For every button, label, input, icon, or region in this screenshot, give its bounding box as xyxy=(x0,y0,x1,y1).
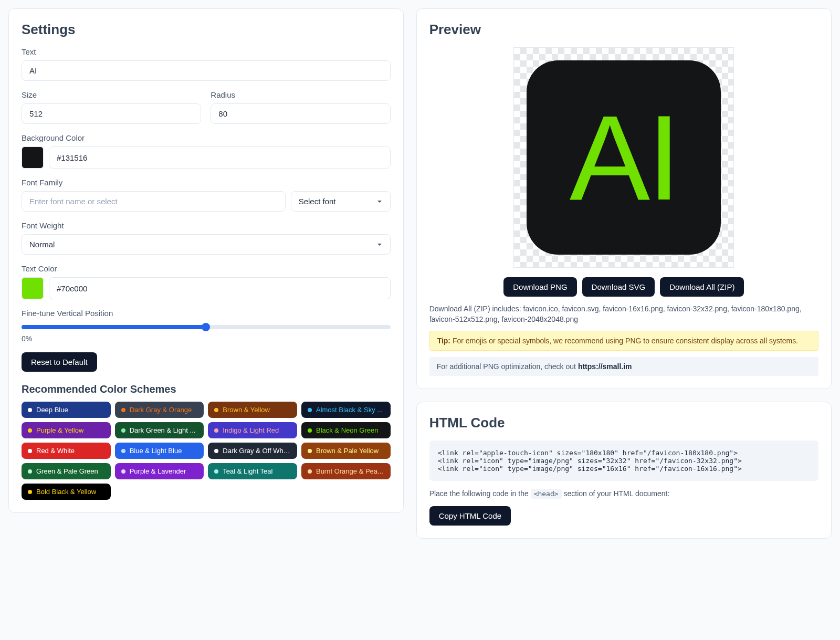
scheme-dot-icon xyxy=(308,408,312,412)
font-family-select[interactable]: Select font xyxy=(291,191,391,212)
size-input[interactable] xyxy=(22,103,201,124)
settings-panel: Settings Text Size Radius Background Col… xyxy=(8,8,404,513)
preview-panel: Preview AI Download PNG Download SVG Dow… xyxy=(416,8,832,389)
scheme-pill-10[interactable]: Dark Gray & Off Whit... xyxy=(208,443,297,459)
vpos-slider[interactable] xyxy=(22,325,391,329)
scheme-label: Bold Black & Yellow xyxy=(36,488,96,496)
bg-color-swatch[interactable] xyxy=(22,146,44,169)
scheme-label: Teal & Light Teal xyxy=(223,467,272,475)
scheme-dot-icon xyxy=(28,469,32,474)
scheme-label: Purple & Yellow xyxy=(36,426,83,434)
copy-html-button[interactable]: Copy HTML Code xyxy=(429,506,511,526)
preview-checker: AI xyxy=(513,47,734,268)
text-input[interactable] xyxy=(22,60,391,81)
font-family-label: Font Family xyxy=(22,178,391,187)
optimization-note: For additional PNG optimization, check o… xyxy=(429,357,818,376)
bg-color-input[interactable] xyxy=(49,146,391,169)
scheme-pill-2[interactable]: Brown & Yellow xyxy=(208,402,297,418)
scheme-dot-icon xyxy=(121,408,125,412)
scheme-dot-icon xyxy=(308,469,312,474)
size-label: Size xyxy=(22,90,201,99)
tip-prefix: Tip: xyxy=(437,337,450,345)
scheme-dot-icon xyxy=(308,449,312,453)
vpos-value: 0% xyxy=(22,334,391,343)
scheme-pill-13[interactable]: Purple & Lavender xyxy=(115,463,204,479)
scheme-label: Purple & Lavender xyxy=(130,467,186,475)
scheme-label: Dark Green & Light ... xyxy=(130,426,196,434)
scheme-label: Almost Black & Sky ... xyxy=(316,406,383,414)
scheme-label: Brown & Yellow xyxy=(223,406,270,414)
scheme-label: Dark Gray & Off Whit... xyxy=(223,447,291,455)
scheme-pill-15[interactable]: Burnt Orange & Pea... xyxy=(301,463,391,479)
download-zip-button[interactable]: Download All (ZIP) xyxy=(660,277,744,297)
text-label: Text xyxy=(22,47,391,56)
scheme-pill-11[interactable]: Brown & Pale Yellow xyxy=(301,443,391,459)
text-color-input[interactable] xyxy=(49,277,391,299)
radius-input[interactable] xyxy=(211,103,390,124)
html-code-title: HTML Code xyxy=(429,415,818,431)
scheme-dot-icon xyxy=(121,428,125,433)
scheme-label: Burnt Orange & Pea... xyxy=(316,467,383,475)
scheme-pill-8[interactable]: Red & White xyxy=(22,443,111,459)
scheme-label: Deep Blue xyxy=(36,406,68,414)
scheme-dot-icon xyxy=(214,449,218,453)
preview-title: Preview xyxy=(429,22,818,38)
scheme-label: Red & White xyxy=(36,447,75,455)
scheme-pill-16[interactable]: Bold Black & Yellow xyxy=(22,484,111,500)
scheme-pill-12[interactable]: Green & Pale Green xyxy=(22,463,111,479)
favicon-preview: AI xyxy=(527,60,721,255)
scheme-pill-4[interactable]: Purple & Yellow xyxy=(22,422,111,438)
reset-button[interactable]: Reset to Default xyxy=(22,352,97,372)
scheme-dot-icon xyxy=(121,469,125,474)
scheme-dot-icon xyxy=(214,428,218,433)
scheme-pill-1[interactable]: Dark Gray & Orange xyxy=(115,402,204,418)
settings-title: Settings xyxy=(22,22,391,38)
download-svg-button[interactable]: Download SVG xyxy=(582,277,655,297)
html-code-note: Place the following code in the <head> s… xyxy=(429,489,818,498)
font-weight-label: Font Weight xyxy=(22,221,391,230)
scheme-pill-9[interactable]: Blue & Light Blue xyxy=(115,443,204,459)
text-color-label: Text Color xyxy=(22,264,391,273)
html-code-block[interactable]: <link rel="apple-touch-icon" sizes="180x… xyxy=(429,440,818,481)
font-weight-select[interactable]: Normal xyxy=(22,234,391,255)
scheme-dot-icon xyxy=(28,428,32,433)
scheme-label: Brown & Pale Yellow xyxy=(316,447,379,455)
scheme-dot-icon xyxy=(28,449,32,453)
scheme-label: Indigo & Light Red xyxy=(223,426,279,434)
scheme-dot-icon xyxy=(214,408,218,412)
scheme-label: Green & Pale Green xyxy=(36,467,98,475)
vpos-label: Fine-tune Vertical Position xyxy=(22,309,391,318)
text-color-swatch[interactable] xyxy=(22,277,44,299)
font-family-input[interactable] xyxy=(22,191,286,212)
bg-color-label: Background Color xyxy=(22,133,391,142)
scheme-pill-3[interactable]: Almost Black & Sky ... xyxy=(301,402,391,418)
scheme-dot-icon xyxy=(121,449,125,453)
scheme-pill-0[interactable]: Deep Blue xyxy=(22,402,111,418)
head-tag: <head> xyxy=(531,489,562,499)
scheme-dot-icon xyxy=(28,490,32,494)
scheme-label: Black & Neon Green xyxy=(316,426,379,434)
scheme-dot-icon xyxy=(214,469,218,474)
scheme-dot-icon xyxy=(308,428,312,433)
zip-note: Download All (ZIP) includes: favicon.ico… xyxy=(429,304,818,324)
scheme-dot-icon xyxy=(28,408,32,412)
html-code-panel: HTML Code <link rel="apple-touch-icon" s… xyxy=(416,402,832,539)
scheme-pill-6[interactable]: Indigo & Light Red xyxy=(208,422,297,438)
tip-box: Tip: For emojis or special symbols, we r… xyxy=(429,331,818,351)
scheme-pill-5[interactable]: Dark Green & Light ... xyxy=(115,422,204,438)
scheme-label: Blue & Light Blue xyxy=(130,447,182,455)
scheme-pill-7[interactable]: Black & Neon Green xyxy=(301,422,391,438)
scheme-pill-14[interactable]: Teal & Light Teal xyxy=(208,463,297,479)
radius-label: Radius xyxy=(211,90,390,99)
optimization-link[interactable]: https://small.im xyxy=(578,362,632,371)
download-png-button[interactable]: Download PNG xyxy=(503,277,576,297)
schemes-title: Recommended Color Schemes xyxy=(22,383,391,395)
scheme-label: Dark Gray & Orange xyxy=(130,406,192,414)
favicon-text: AI xyxy=(570,88,678,227)
tip-text: For emojis or special symbols, we recomm… xyxy=(453,337,798,345)
